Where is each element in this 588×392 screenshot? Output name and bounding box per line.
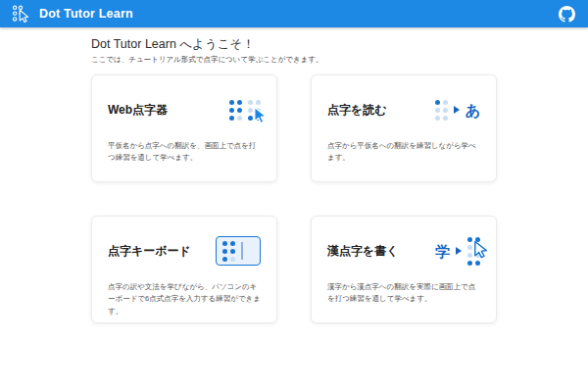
kanji-gaku-glyph: 学 (435, 244, 450, 259)
card-top: Web点字器 (108, 87, 261, 132)
tutorial-card-grid: Web点字器 (91, 74, 497, 323)
welcome-subheading: ここでは、チュートリアル形式で点字について学ぶことができます。 (91, 55, 497, 65)
card-top: 点字キーボード (108, 228, 261, 273)
pointer-cursor-icon (251, 106, 270, 125)
braille-write-cursor-icon (229, 100, 261, 121)
github-button[interactable] (557, 4, 577, 24)
braille-input-box-icon (216, 236, 261, 266)
app-header: Dot Tutor Learn (0, 0, 588, 27)
card-description: 漢字から漢点字への翻訳を実際に画面上で点を打つ練習を通して学べます。 (327, 281, 480, 306)
card-top: 点字を読む あ (327, 87, 480, 132)
main-content: Dot Tutor Learn へようこそ！ ここでは、チュートリアル形式で点字… (91, 27, 497, 323)
text-caret-icon (241, 242, 243, 260)
kanji-to-braille-cursor-icon: 学 (435, 237, 480, 266)
pointer-cursor-outline-icon (471, 240, 490, 260)
card-read-braille[interactable]: 点字を読む あ 点字から平仮名への翻訳を練習しながら学べます。 (311, 74, 497, 182)
card-braille-keyboard[interactable]: 点字キーボード 点字の訳や文法を学びながら、パソコンのキーボードで6点式点字を入… (91, 216, 277, 323)
card-description: 点字から平仮名への翻訳を練習しながら学べます。 (327, 140, 480, 165)
github-icon (559, 6, 575, 23)
card-top: 漢点字を書く 学 (327, 228, 480, 273)
card-title: 漢点字を書く (327, 243, 399, 260)
card-title: 点字キーボード (108, 243, 191, 260)
card-description: 点字の訳や文法を学びながら、パソコンのキーボードで6点式点字を入力する練習ができ… (108, 281, 261, 318)
app-title: Dot Tutor Learn (39, 7, 133, 21)
app-logo-braille-cursor-icon (11, 4, 30, 24)
card-description: 平仮名から点字への翻訳を、画面上で点を打つ練習を通して学べます。 (108, 140, 261, 165)
braille-to-hiragana-icon: あ (435, 100, 480, 121)
arrow-right-icon (454, 106, 460, 114)
card-web-braille-writer[interactable]: Web点字器 (91, 74, 277, 182)
card-title: 点字を読む (327, 102, 387, 119)
card-title: Web点字器 (108, 102, 168, 119)
welcome-heading: Dot Tutor Learn へようこそ！ (91, 37, 497, 52)
arrow-right-icon (456, 247, 462, 255)
hiragana-a-glyph: あ (466, 103, 480, 118)
card-write-kanji-braille[interactable]: 漢点字を書く 学 漢字から漢点字への翻訳を実際に画面上で点を打つ練 (311, 216, 497, 323)
